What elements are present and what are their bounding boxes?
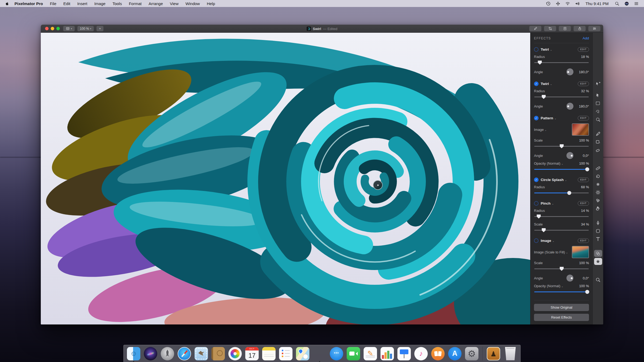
reset-effects-button[interactable]: Reset Effects	[534, 314, 589, 321]
menu-clock[interactable]: Thu 9:41 PM	[583, 1, 611, 6]
slider-thumb[interactable]	[560, 267, 564, 271]
effects-tool[interactable]	[594, 258, 602, 265]
angle-dial[interactable]	[566, 68, 573, 75]
slider-thumb[interactable]	[537, 215, 541, 219]
effect-enabled-checkbox[interactable]	[534, 238, 539, 243]
dock-trash[interactable]	[504, 347, 517, 360]
time-machine-icon[interactable]	[545, 1, 552, 6]
system-preferences-app-icon[interactable]: ⚙	[465, 347, 478, 360]
menu-app-name[interactable]: Pixelmator Pro	[11, 0, 46, 7]
quick-select-tool[interactable]	[594, 116, 602, 123]
effect-enabled-checkbox[interactable]	[534, 47, 539, 52]
dock-pixelmator-pro[interactable]	[313, 347, 326, 360]
slider-thumb[interactable]	[567, 191, 571, 195]
opacity-slider[interactable]	[534, 290, 589, 294]
edit-button[interactable]: EDIT	[578, 47, 589, 52]
radius-slider[interactable]	[534, 95, 589, 99]
books-app-icon[interactable]	[431, 347, 445, 360]
effect-name[interactable]: Pattern⌄	[541, 116, 557, 120]
siri-icon[interactable]	[623, 1, 630, 6]
display-arrows-icon[interactable]	[554, 1, 561, 6]
retouch-tool[interactable]	[594, 197, 602, 204]
zoom-tool[interactable]	[594, 276, 602, 283]
reminders-app-icon[interactable]	[279, 347, 292, 360]
effect-enabled-checkbox[interactable]	[534, 201, 539, 206]
shape-tool[interactable]	[594, 227, 602, 234]
slider-thumb[interactable]	[542, 95, 546, 99]
dock-notes[interactable]	[262, 347, 276, 360]
mail-app-icon[interactable]	[195, 347, 208, 360]
wifi-icon[interactable]	[564, 1, 571, 6]
angle-dial[interactable]	[566, 103, 573, 110]
dock-system-preferences[interactable]: ⚙	[465, 347, 478, 360]
effect-enabled-checkbox[interactable]: ✓	[534, 82, 539, 86]
maps-app-icon[interactable]	[296, 347, 309, 360]
close-button[interactable]	[45, 27, 49, 30]
dock-app-store[interactable]: A	[448, 347, 462, 360]
pattern-thumbnail[interactable]	[572, 123, 589, 136]
radius-slider[interactable]	[534, 61, 589, 65]
finder-app-icon[interactable]: ☺	[127, 347, 140, 360]
warp-tool[interactable]	[594, 205, 602, 212]
app-store-app-icon[interactable]: A	[448, 347, 462, 360]
light-tool[interactable]	[594, 189, 602, 196]
dock-books[interactable]	[431, 347, 445, 360]
color-adjustments-tool[interactable]	[594, 250, 602, 257]
downloads-app-icon[interactable]: ♟	[487, 347, 500, 360]
itunes-app-icon[interactable]: ♪	[414, 347, 428, 360]
calendar-app-icon[interactable]: OCT17	[245, 347, 259, 360]
numbers-app-icon[interactable]	[380, 347, 394, 360]
paint-tool[interactable]	[594, 130, 602, 137]
menu-item-insert[interactable]: Insert	[74, 0, 91, 7]
siri-app-icon[interactable]	[144, 347, 157, 360]
dock-photos[interactable]	[228, 347, 242, 360]
slider-thumb[interactable]	[538, 61, 542, 65]
paint-toolbar-button[interactable]	[529, 26, 541, 31]
view-options-button[interactable]: ▾	[63, 26, 75, 31]
menu-item-edit[interactable]: Edit	[60, 0, 74, 7]
effect-enabled-checkbox[interactable]: ✓	[534, 116, 539, 120]
scale-slider[interactable]	[534, 144, 589, 148]
minimize-button[interactable]	[51, 27, 54, 30]
menu-item-window[interactable]: Window	[182, 0, 203, 7]
slider-thumb[interactable]	[560, 144, 564, 148]
slider-thumb[interactable]	[585, 167, 589, 171]
edit-button[interactable]: EDIT	[578, 82, 589, 86]
photos-app-icon[interactable]	[228, 347, 242, 360]
effect-name[interactable]: Image⌄	[541, 239, 554, 243]
add-effect-button[interactable]: Add	[583, 36, 589, 40]
color-fill-tool[interactable]	[594, 138, 602, 145]
dock-pages[interactable]: ✎	[364, 347, 377, 360]
effect-name[interactable]: Twirl⌄	[541, 47, 552, 51]
pages-app-icon[interactable]: ✎	[364, 347, 377, 360]
image-thumbnail[interactable]	[572, 246, 589, 258]
edit-button[interactable]: EDIT	[578, 116, 589, 120]
titlebar[interactable]: ▾ 100 %▾ + Swirl — Edited	[41, 25, 603, 33]
menu-item-image[interactable]: Image	[91, 0, 109, 7]
contacts-app-icon[interactable]	[211, 347, 225, 360]
dock-reminders[interactable]	[279, 347, 292, 360]
dock-facetime[interactable]	[347, 347, 360, 360]
effect-name[interactable]: Circle Splash⌄	[541, 178, 567, 182]
pen-tool[interactable]	[594, 219, 602, 226]
dock-calendar[interactable]: OCT17	[245, 347, 259, 360]
control-label[interactable]: Image⌄	[534, 128, 547, 132]
edit-button[interactable]: EDIT	[578, 201, 589, 206]
edit-button[interactable]: EDIT	[578, 238, 589, 243]
effect-center-handle[interactable]	[373, 180, 383, 190]
rect-select-tool[interactable]	[594, 100, 602, 107]
scale-slider[interactable]	[534, 267, 589, 271]
dock-messages[interactable]: •••	[330, 347, 343, 360]
slider-thumb[interactable]	[542, 228, 546, 232]
volume-icon[interactable]	[574, 1, 581, 6]
clone-tool[interactable]	[594, 173, 602, 180]
type-tool[interactable]	[594, 235, 602, 242]
messages-app-icon[interactable]: •••	[330, 347, 343, 360]
adjustments-toolbar-button[interactable]	[588, 26, 601, 31]
free-select-tool[interactable]	[594, 108, 602, 115]
angle-dial[interactable]	[566, 152, 573, 159]
search-icon[interactable]	[613, 1, 620, 6]
dock-maps[interactable]	[296, 347, 309, 360]
radius-slider[interactable]	[534, 191, 589, 195]
menu-item-view[interactable]: View	[166, 0, 182, 7]
